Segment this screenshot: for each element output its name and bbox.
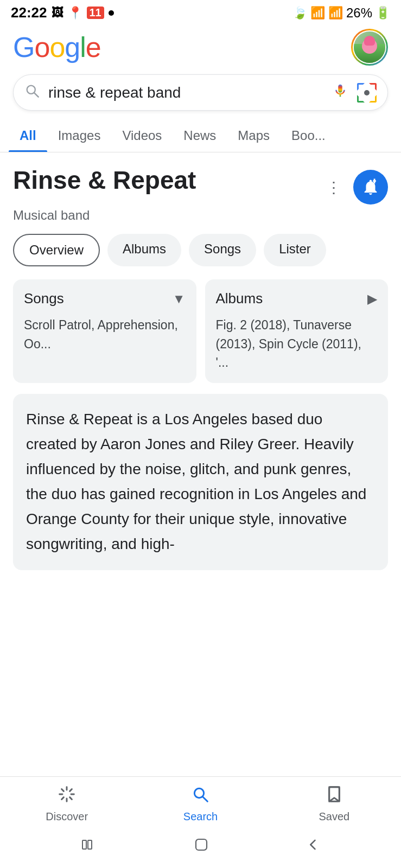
nav-discover[interactable]: Discover bbox=[40, 786, 94, 823]
mic-icon[interactable] bbox=[332, 82, 348, 103]
search-bar-container: rinse & repeat band bbox=[0, 71, 401, 119]
discover-label: Discover bbox=[46, 810, 88, 823]
svg-rect-4 bbox=[329, 787, 339, 802]
kp-chips: Overview Albums Songs Lister bbox=[13, 234, 388, 266]
tab-all[interactable]: All bbox=[9, 119, 47, 152]
kp-description: Rinse & Repeat is a Los Angeles based du… bbox=[13, 394, 388, 570]
bottom-nav-items: Discover Search Saved bbox=[0, 777, 401, 827]
songs-dropdown-icon: ▼ bbox=[173, 291, 186, 307]
kp-actions: ⋮ bbox=[323, 165, 388, 205]
saved-icon bbox=[326, 786, 343, 807]
status-location-icon: 📍 bbox=[68, 6, 82, 20]
status-calendar-icon: 11 bbox=[87, 7, 104, 19]
status-bar: 22:22 🖼 📍 11 🍃 📶 📶 26% 🔋 bbox=[0, 0, 401, 23]
albums-card-content: Fig. 2 (2018), Tunaverse (2013), Spin Cy… bbox=[216, 316, 378, 372]
battery-icon: 🔋 bbox=[375, 6, 390, 20]
chip-overview[interactable]: Overview bbox=[13, 234, 100, 266]
bottom-navigation: Discover Search Saved bbox=[0, 776, 401, 868]
google-logo: Google bbox=[13, 31, 101, 63]
kp-title: Rinse & Repeat bbox=[13, 165, 323, 195]
home-button[interactable] bbox=[193, 836, 210, 857]
svg-rect-8 bbox=[196, 839, 207, 850]
nav-saved[interactable]: Saved bbox=[307, 786, 361, 823]
songs-card-content: Scroll Patrol, Apprehension, Oo... bbox=[24, 316, 186, 353]
leaf-icon: 🍃 bbox=[292, 6, 307, 20]
knowledge-panel: Rinse & Repeat ⋮ Musical band Overview A… bbox=[0, 152, 401, 570]
chip-albums[interactable]: Albums bbox=[107, 234, 181, 266]
tab-videos[interactable]: Videos bbox=[111, 119, 173, 152]
chip-songs[interactable]: Songs bbox=[189, 234, 256, 266]
recents-button[interactable] bbox=[80, 837, 98, 856]
search-icon bbox=[24, 83, 40, 102]
status-photo-icon: 🖼 bbox=[52, 6, 63, 20]
status-time: 22:22 bbox=[11, 4, 47, 21]
search-query[interactable]: rinse & repeat band bbox=[48, 84, 323, 101]
tab-images[interactable]: Images bbox=[47, 119, 112, 152]
search-bar[interactable]: rinse & repeat band bbox=[13, 74, 388, 111]
discover-icon bbox=[58, 786, 75, 807]
songs-card[interactable]: Songs ▼ Scroll Patrol, Apprehension, Oo.… bbox=[13, 279, 196, 383]
search-nav-label: Search bbox=[183, 810, 218, 823]
albums-card-title: Albums ▶ bbox=[216, 290, 378, 307]
songs-card-title: Songs ▼ bbox=[24, 290, 186, 307]
status-right-icons: 🍃 📶 📶 26% 🔋 bbox=[292, 5, 390, 21]
battery-text: 26% bbox=[346, 5, 372, 21]
android-nav-bar bbox=[0, 827, 401, 868]
svg-line-3 bbox=[203, 797, 208, 802]
tab-books[interactable]: Boo... bbox=[281, 119, 336, 152]
kp-header: Rinse & Repeat ⋮ bbox=[13, 165, 388, 205]
chip-listen[interactable]: Lister bbox=[264, 234, 326, 266]
saved-label: Saved bbox=[319, 810, 349, 823]
alert-button[interactable] bbox=[353, 170, 388, 205]
albums-card[interactable]: Albums ▶ Fig. 2 (2018), Tunaverse (2013)… bbox=[205, 279, 389, 383]
svg-rect-7 bbox=[88, 840, 92, 849]
nav-search[interactable]: Search bbox=[173, 786, 227, 823]
kp-subtitle: Musical band bbox=[13, 208, 388, 223]
back-button[interactable] bbox=[305, 837, 321, 856]
albums-arrow-icon: ▶ bbox=[367, 291, 377, 307]
wifi-icon: 📶 bbox=[310, 6, 325, 20]
google-lens-icon[interactable] bbox=[357, 83, 377, 103]
search-tabs: All Images Videos News Maps Boo... bbox=[0, 119, 401, 152]
svg-line-1 bbox=[34, 93, 39, 97]
search-nav-icon bbox=[192, 786, 209, 807]
bell-plus-icon bbox=[361, 178, 380, 196]
svg-rect-6 bbox=[82, 840, 86, 849]
kp-cards-row: Songs ▼ Scroll Patrol, Apprehension, Oo.… bbox=[13, 279, 388, 383]
app-header: Google bbox=[0, 23, 401, 71]
tab-maps[interactable]: Maps bbox=[227, 119, 281, 152]
more-options-button[interactable]: ⋮ bbox=[323, 175, 345, 200]
signal-icon: 📶 bbox=[328, 6, 343, 20]
status-dot bbox=[109, 10, 114, 16]
tab-news[interactable]: News bbox=[173, 119, 227, 152]
profile-avatar[interactable] bbox=[351, 29, 388, 66]
